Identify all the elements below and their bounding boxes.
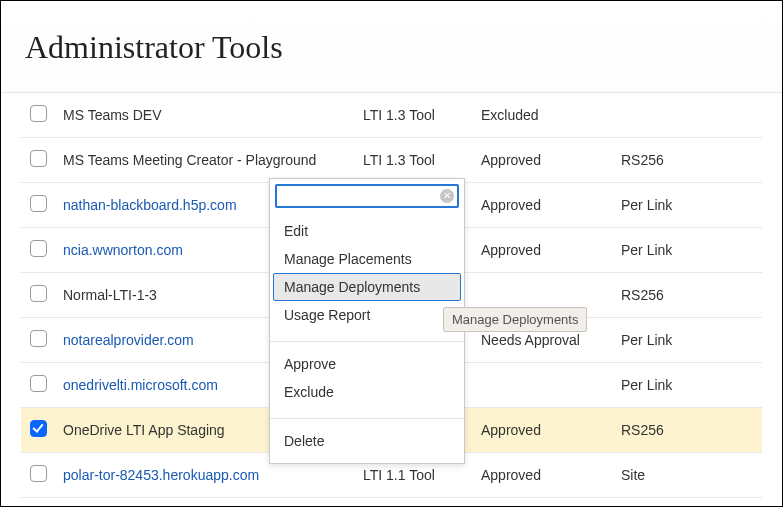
provider-link[interactable]: polar-tor-82453.herokuapp.com	[63, 467, 259, 483]
provider-name: MS Teams DEV	[63, 107, 162, 123]
row-checkbox[interactable]	[30, 285, 47, 302]
row-checkbox[interactable]	[30, 150, 47, 167]
row-status-cell: Excluded	[473, 93, 613, 138]
provider-link[interactable]: notarealprovider.com	[63, 332, 194, 348]
row-alg-cell: Per Link	[613, 318, 762, 363]
tooltip: Manage Deployments	[443, 307, 587, 332]
row-type-cell: LTI 1.3 Tool	[355, 93, 473, 138]
row-checkbox[interactable]	[30, 375, 47, 392]
row-checkbox[interactable]	[30, 465, 47, 482]
menu-item[interactable]: Usage Report	[270, 301, 464, 329]
row-alg-cell: RS256	[613, 138, 762, 183]
context-menu: ✕ EditManage PlacementsManage Deployment…	[269, 178, 465, 464]
row-checkbox[interactable]	[30, 240, 47, 257]
menu-item[interactable]: Manage Deployments	[273, 273, 461, 301]
menu-item[interactable]: Edit	[270, 217, 464, 245]
provider-name: MS Teams Meeting Creator - Playground	[63, 152, 316, 168]
row-alg-cell: Per Link	[613, 228, 762, 273]
menu-item[interactable]: Exclude	[270, 378, 464, 406]
row-checkbox[interactable]	[30, 420, 47, 437]
row-checkbox-cell	[21, 408, 55, 453]
table-row: MS Teams DEVLTI 1.3 ToolExcluded	[21, 93, 762, 138]
row-checkbox[interactable]	[30, 330, 47, 347]
row-status-cell: Approved	[473, 228, 613, 273]
row-status-cell: Approved	[473, 138, 613, 183]
provider-link[interactable]: ncia.wwnorton.com	[63, 242, 183, 258]
menu-list-3: Delete	[270, 423, 464, 463]
menu-item[interactable]: Delete	[270, 427, 464, 455]
row-status-cell	[473, 363, 613, 408]
menu-divider-2	[270, 418, 464, 419]
row-alg-cell: RS256	[613, 273, 762, 318]
row-checkbox-cell	[21, 363, 55, 408]
menu-divider-1	[270, 341, 464, 342]
row-checkbox-cell	[21, 138, 55, 183]
menu-item[interactable]: Approve	[270, 350, 464, 378]
menu-list-1: EditManage PlacementsManage DeploymentsU…	[270, 213, 464, 337]
row-alg-cell: RS256	[613, 408, 762, 453]
menu-search-wrap: ✕	[270, 179, 464, 213]
provider-name: OneDrive LTI App Staging	[63, 422, 225, 438]
provider-link[interactable]: onedrivelti.microsoft.com	[63, 377, 218, 393]
page-header: Administrator Tools	[1, 1, 782, 93]
menu-item[interactable]: Manage Placements	[270, 245, 464, 273]
clear-icon[interactable]: ✕	[440, 189, 454, 203]
menu-search-input[interactable]	[275, 184, 459, 208]
row-name-cell: MS Teams Meeting Creator - Playground	[55, 138, 355, 183]
row-checkbox-cell	[21, 453, 55, 498]
row-checkbox-cell	[21, 318, 55, 363]
page-title: Administrator Tools	[25, 29, 758, 66]
row-type-cell: LTI 1.3 Tool	[355, 138, 473, 183]
row-checkbox[interactable]	[30, 105, 47, 122]
row-status-cell: Approved	[473, 408, 613, 453]
row-alg-cell	[613, 93, 762, 138]
row-name-cell: MS Teams DEV	[55, 93, 355, 138]
row-alg-cell: Site	[613, 453, 762, 498]
menu-list-2: ApproveExclude	[270, 346, 464, 414]
row-status-cell: Approved	[473, 183, 613, 228]
provider-link[interactable]: nathan-blackboard.h5p.com	[63, 197, 237, 213]
row-checkbox[interactable]	[30, 195, 47, 212]
row-alg-cell: Per Link	[613, 363, 762, 408]
provider-name: Normal-LTI-1-3	[63, 287, 157, 303]
table-row: MS Teams Meeting Creator - PlaygroundLTI…	[21, 138, 762, 183]
row-checkbox-cell	[21, 183, 55, 228]
row-status-cell: Approved	[473, 453, 613, 498]
row-checkbox-cell	[21, 93, 55, 138]
row-alg-cell: Per Link	[613, 183, 762, 228]
row-checkbox-cell	[21, 273, 55, 318]
row-checkbox-cell	[21, 228, 55, 273]
